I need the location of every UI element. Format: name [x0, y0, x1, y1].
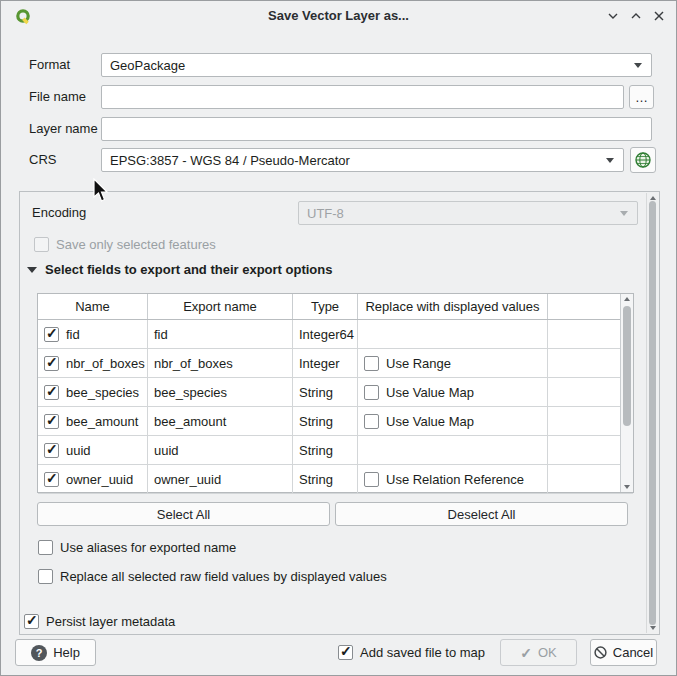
options-scrollbar[interactable] [646, 193, 658, 633]
help-icon: ? [31, 645, 47, 661]
field-type: String [299, 414, 333, 429]
fields-table-header: Name Export name Type Replace with displ… [38, 294, 633, 320]
format-label: Format [29, 53, 70, 77]
table-row-fid[interactable]: fid fid Integer64 [38, 320, 633, 349]
field-name: bee_amount [66, 414, 138, 429]
use-value-map-checkbox[interactable] [364, 414, 379, 429]
scroll-up-icon[interactable] [650, 196, 656, 200]
header-export[interactable]: Export name [148, 294, 293, 319]
field-type: Integer [299, 356, 339, 371]
checkbox-label: Use aliases for exported name [60, 540, 236, 555]
options-scroll-area: Encoding UTF-8 Save only selected featur… [19, 191, 660, 635]
checkbox-box [38, 540, 53, 555]
checkbox-box [34, 237, 49, 252]
titlebar: Save Vector Layer as... [1, 1, 676, 31]
crs-globe-icon [634, 151, 652, 169]
window-title: Save Vector Layer as... [1, 8, 676, 23]
select-all-button[interactable]: Select All [37, 502, 330, 526]
field-type: String [299, 385, 333, 400]
use-relation-reference-checkbox[interactable] [364, 472, 379, 487]
window-close-icon[interactable] [652, 9, 666, 23]
use-aliases-checkbox[interactable]: Use aliases for exported name [38, 539, 236, 556]
header-name[interactable]: Name [38, 294, 148, 319]
ok-label: OK [538, 645, 557, 660]
field-checkbox[interactable] [44, 443, 59, 458]
fields-table: Name Export name Type Replace with displ… [37, 293, 634, 493]
field-type: Integer64 [299, 327, 354, 342]
crs-value: EPSG:3857 - WGS 84 / Pseudo-Mercator [110, 153, 350, 168]
scroll-up-icon[interactable] [624, 297, 630, 301]
field-name: nbr_of_boxes [66, 356, 145, 371]
field-export-name[interactable]: bee_amount [154, 414, 226, 429]
fields-section-toggle[interactable]: Select fields to export and their export… [27, 262, 333, 277]
scroll-down-icon[interactable] [650, 626, 656, 630]
checkbox-box [24, 614, 39, 629]
cancel-label: Cancel [613, 645, 653, 660]
save-vector-layer-dialog: Save Vector Layer as... Format GeoPackag… [0, 0, 677, 676]
field-checkbox[interactable] [44, 414, 59, 429]
field-checkbox[interactable] [44, 327, 59, 342]
file-name-label: File name [29, 85, 86, 109]
cancel-button[interactable]: Cancel [590, 639, 657, 666]
encoding-select[interactable]: UTF-8 [298, 201, 638, 225]
field-type: String [299, 472, 333, 487]
checkbox-label: Add saved file to map [360, 645, 485, 660]
use-range-checkbox[interactable] [364, 356, 379, 371]
field-checkbox[interactable] [44, 356, 59, 371]
table-scrollbar[interactable] [620, 294, 633, 492]
mouse-cursor [93, 178, 111, 204]
field-export-name[interactable]: owner_uuid [154, 472, 221, 487]
table-row-nbr-of-boxes[interactable]: nbr_of_boxes nbr_of_boxes Integer Use Ra… [38, 349, 633, 378]
window-maximize-icon[interactable] [629, 9, 643, 23]
field-export-name[interactable]: nbr_of_boxes [154, 356, 233, 371]
header-replace[interactable]: Replace with displayed values [358, 294, 548, 319]
checkbox-box [338, 645, 353, 660]
layer-name-label: Layer name [29, 117, 98, 141]
table-row-uuid[interactable]: uuid uuid String [38, 436, 633, 465]
checkbox-label: Save only selected features [56, 237, 216, 252]
encoding-value: UTF-8 [307, 206, 344, 221]
field-checkbox[interactable] [44, 472, 59, 487]
window-minimize-icon[interactable] [606, 9, 620, 23]
field-name: fid [66, 327, 80, 342]
format-select[interactable]: GeoPackage [101, 53, 652, 77]
table-row-owner-uuid[interactable]: owner_uuid owner_uuid String Use Relatio… [38, 465, 633, 494]
scroll-down-icon[interactable] [624, 485, 630, 489]
crs-picker-button[interactable] [630, 147, 656, 173]
file-name-input[interactable] [101, 85, 624, 109]
replace-option-label: Use Value Map [386, 414, 474, 429]
header-type[interactable]: Type [293, 294, 358, 319]
help-label: Help [53, 645, 80, 660]
replace-raw-values-checkbox[interactable]: Replace all selected raw field values by… [38, 568, 387, 585]
ok-button[interactable]: ✓ OK [500, 639, 577, 666]
browse-button[interactable]: … [629, 85, 654, 109]
persist-metadata-checkbox[interactable]: Persist layer metadata [24, 613, 175, 630]
replace-option-label: Use Relation Reference [386, 472, 524, 487]
table-row-bee-amount[interactable]: bee_amount bee_amount String Use Value M… [38, 407, 633, 436]
collapse-arrow-icon [27, 267, 37, 273]
replace-option-label: Use Value Map [386, 385, 474, 400]
field-export-name[interactable]: uuid [154, 443, 179, 458]
field-export-name[interactable]: bee_species [154, 385, 227, 400]
add-saved-file-checkbox[interactable]: Add saved file to map [338, 644, 485, 661]
field-name: bee_species [66, 385, 139, 400]
ok-check-icon: ✓ [520, 646, 532, 660]
checkbox-label: Replace all selected raw field values by… [60, 569, 387, 584]
layer-name-input[interactable] [101, 117, 652, 141]
crs-label: CRS [29, 148, 56, 172]
replace-option-label: Use Range [386, 356, 451, 371]
save-only-selected-checkbox[interactable]: Save only selected features [34, 236, 216, 253]
help-button[interactable]: ? Help [15, 639, 96, 666]
fields-section-title: Select fields to export and their export… [45, 262, 333, 277]
encoding-label: Encoding [32, 201, 86, 225]
crs-select[interactable]: EPSG:3857 - WGS 84 / Pseudo-Mercator [101, 148, 624, 172]
field-export-name[interactable]: fid [154, 327, 168, 342]
deselect-all-button[interactable]: Deselect All [335, 502, 628, 526]
field-name: owner_uuid [66, 472, 133, 487]
use-value-map-checkbox[interactable] [364, 385, 379, 400]
table-row-bee-species[interactable]: bee_species bee_species String Use Value… [38, 378, 633, 407]
checkbox-box [38, 569, 53, 584]
field-type: String [299, 443, 333, 458]
cancel-icon [594, 646, 607, 659]
field-checkbox[interactable] [44, 385, 59, 400]
